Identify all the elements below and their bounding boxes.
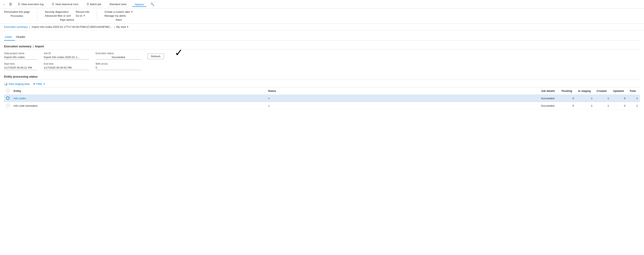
col-header-job-details[interactable]: Job details [539,87,560,95]
advanced-filter-link[interactable]: Advanced filter or sort [45,14,71,17]
status-cell-1: Succeeded [539,95,560,102]
personalize-this-page-link[interactable]: Personalize this page [4,10,30,14]
list-icon-2: ☰ [52,2,54,6]
entity-processing-title: Entity processing status [4,75,640,80]
menu-icon[interactable]: ☰ [9,2,12,6]
entity-processing-section: Entity processing status 📊 View staging … [4,75,640,110]
refresh-button[interactable]: Refresh [148,54,164,59]
form-row-1: Data project name Import info codes Job … [4,52,640,60]
back-button[interactable]: ← [2,2,6,6]
updated-cell-2: 0 [611,102,628,110]
go-to-chevron-icon: ▼ [83,14,85,17]
alert-chevron-icon: ▼ [131,11,133,13]
view-chevron-icon: ▼ [127,26,129,28]
with-errors-value: 0 [96,66,141,70]
record-info-link[interactable]: Record info [76,10,90,14]
entity-toolbar: 📊 View staging data ▼ Filter ▼ [4,82,640,86]
execution-status-value: Succeeded [96,56,141,60]
nav-item-view-historical-runs[interactable]: ☰ View historical runs [49,1,81,7]
main-content: Lines Header Execution summary :: Import… [0,30,644,113]
tabs: Lines Header [4,34,640,40]
staging-cell-2: 1 [576,102,594,110]
check-cell-2: ✓ [266,102,539,110]
check-cell-1: ✓ [266,95,539,102]
job-id-value: Import info codes-2025-01-1... [44,56,89,60]
entity-link-1[interactable]: Info codes [14,97,26,100]
nav-item-options[interactable]: Options [132,2,146,7]
row-radio-2[interactable] [6,104,10,107]
form-row-2: Start time 1/17/2025 05:45:21 PM End tim… [4,62,640,70]
ribbon-separator-1 [37,10,37,21]
breadcrumb: Execution summary | Import info codes-20… [0,24,644,30]
list-icon-3: ☰ [86,2,89,6]
start-time-label: Start time [4,62,37,65]
nav-item-standard-view[interactable]: Standard view [107,2,129,7]
pending-cell-1: 0 [560,95,576,102]
breadcrumb-link-execution-summary[interactable]: Execution summary [4,25,28,28]
col-header-updated[interactable]: Updated [611,87,628,95]
view-staging-data-link[interactable]: 📊 View staging data [4,82,30,86]
row-select-cell-2[interactable] [4,102,12,110]
col-header-status[interactable]: Status [266,87,539,95]
created-cell-1: 1 [594,95,611,102]
table-icon: 📊 [4,82,8,86]
updated-cell-1: 0 [611,95,628,102]
data-project-name-label: Data project name [4,52,37,55]
execution-status-label: Execution status [96,52,141,55]
data-project-name-field: Data project name Import info codes [4,52,37,60]
table-row[interactable]: Info code translation ✓ Succeeded 0 1 1 … [4,102,640,110]
security-diagnostics-link[interactable]: Security diagnostics [45,10,71,14]
search-icon[interactable]: 🔍 [150,2,154,6]
row-select-cell-1[interactable] [4,95,12,102]
tab-header[interactable]: Header [15,34,29,40]
success-checkmark-icon: ✓ [175,48,183,58]
breadcrumb-separator: | [29,25,30,28]
ribbon-group-share: Create a custom alert ▼ Manage my alerts… [104,10,133,21]
job-id-label: Job ID [44,52,89,55]
create-custom-alert-link[interactable]: Create a custom alert ▼ [104,10,133,14]
col-header-pending[interactable]: Pending [560,87,576,95]
col-header-entity[interactable]: Entity [12,87,266,95]
staging-cell-1: 1 [576,95,594,102]
entity-name-cell-1[interactable]: Info codes [12,95,266,102]
col-header-in-staging[interactable]: In staging [576,87,594,95]
nav-item-view-execution-log[interactable]: ☰ View execution log [15,1,46,7]
breadcrumb-separator-2: | [114,25,114,28]
total-cell-2: 1 [628,102,640,110]
manage-my-alerts-link[interactable]: Manage my alerts [104,14,133,17]
top-navigation: ← ☰ ☰ View execution log ☰ View historic… [0,0,644,9]
end-time-label: End time [44,62,89,65]
execution-summary-title: Execution summary :: Import [4,45,640,50]
nav-item-batch-job[interactable]: ☰ Batch job [84,1,104,7]
list-icon: ☰ [18,2,20,6]
col-header-created[interactable]: Created [594,87,611,95]
col-header-total[interactable]: Total [628,87,640,95]
with-errors-label: With errors: [96,62,141,65]
ribbon-separator-2 [97,10,97,21]
col-header-select [4,87,12,95]
header-row-selector[interactable] [6,89,10,92]
view-selector[interactable]: My view ▼ [116,25,129,28]
pending-cell-2: 0 [560,102,576,110]
total-cell-1: 1 [628,95,640,102]
filter-chevron-icon: ▼ [43,83,45,85]
status-cell-2: Succeeded [539,102,560,110]
end-time-value: 1/17/2025 05:45:52 PM [44,66,89,70]
start-time-field: Start time 1/17/2025 05:45:21 PM [4,62,37,70]
row-radio-1[interactable] [6,96,10,100]
breadcrumb-current-page: Import info codes-2025-01-17T17:45:06-F0… [32,25,112,28]
ribbon: Personalize this page Personalize Securi… [0,9,644,24]
table-row[interactable]: Info codes ✓ Succeeded 0 1 1 0 1 [4,95,640,102]
with-errors-field: With errors: 0 [96,62,141,70]
ribbon-group-page-options: Security diagnostics Advanced filter or … [45,10,90,21]
go-to-link[interactable]: Go to ▼ [76,14,90,17]
entity-table: Entity Status Job details Pending In sta… [4,87,640,110]
created-cell-2: 1 [594,102,611,110]
end-time-field: End time 1/17/2025 05:45:52 PM [44,62,89,70]
filter-link[interactable]: ▼ Filter ▼ [33,82,45,86]
data-project-name-value: Import info codes [4,56,37,60]
tab-lines[interactable]: Lines [4,34,15,40]
execution-status-field: Execution status Succeeded [96,52,141,60]
start-time-value: 1/17/2025 05:45:21 PM [4,66,37,70]
execution-summary-section: Execution summary :: Import Data project… [4,45,640,70]
